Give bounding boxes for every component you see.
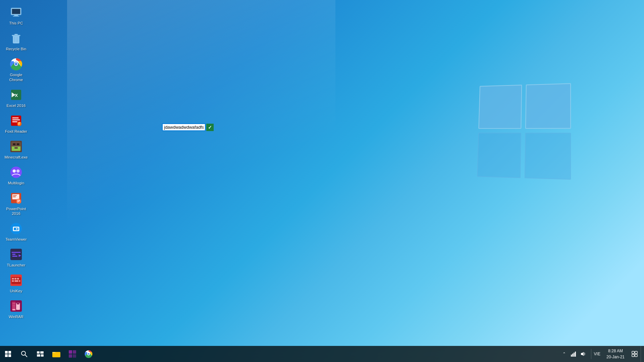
svg-rect-64 — [5, 354, 8, 357]
minecraft-icon — [9, 139, 23, 154]
desktop-icon-foxit-reader[interactable]: F Foxit Reader — [2, 112, 31, 136]
win-logo-pane-tr — [525, 83, 571, 129]
svg-rect-86 — [635, 351, 637, 354]
windows-logo-watermark — [476, 84, 584, 191]
search-icon — [21, 351, 28, 357]
win-logo-pane-br — [525, 133, 571, 180]
clock-date: 20-Jan-21 — [606, 354, 625, 360]
volume-icon[interactable] — [578, 346, 588, 362]
language-label: VIE — [594, 352, 600, 356]
start-button[interactable] — [0, 346, 16, 362]
svg-rect-60 — [12, 307, 16, 309]
tlauncher-label: TLauncher — [7, 263, 25, 268]
desktop-icon-powerpoint[interactable]: P PowerPoint 2016 — [2, 189, 31, 219]
rename-input[interactable] — [162, 123, 206, 131]
desktop-icon-excel-2016[interactable]: X Excel 2016 — [2, 86, 31, 110]
svg-rect-65 — [8, 354, 11, 357]
desktop-icon-tlauncher[interactable]: TLauncher — [2, 245, 31, 270]
show-hidden-icons-button[interactable]: ⌃ — [559, 346, 569, 362]
start-icon — [5, 351, 11, 357]
task-view-button[interactable] — [32, 346, 48, 362]
svg-rect-3 — [13, 16, 19, 16]
svg-rect-34 — [13, 195, 17, 196]
svg-rect-28 — [14, 147, 18, 149]
taskbar: ⌃ — [0, 346, 644, 362]
network-status-icon — [571, 351, 576, 357]
desktop-icon-this-pc[interactable]: This PC — [2, 3, 31, 28]
svg-rect-26 — [13, 143, 16, 145]
svg-rect-43 — [12, 252, 21, 253]
svg-point-13 — [15, 63, 17, 65]
svg-rect-35 — [13, 196, 16, 197]
svg-rect-51 — [17, 278, 19, 280]
svg-rect-83 — [575, 352, 576, 357]
svg-rect-18 — [12, 117, 19, 118]
svg-point-31 — [16, 169, 20, 173]
rename-confirm-button[interactable] — [206, 124, 214, 131]
notification-icon — [632, 351, 638, 357]
foxit-icon: F — [9, 114, 23, 128]
svg-rect-53 — [14, 280, 18, 282]
desktop-icon-minecraft[interactable]: Minecraft.exe — [2, 137, 31, 162]
rename-input-container — [162, 123, 214, 131]
this-pc-label: This PC — [9, 21, 23, 26]
desktop-icon-recycle-bin[interactable]: Recycle Bin — [2, 29, 31, 54]
svg-rect-42 — [10, 249, 22, 260]
desktop-icon-google-chrome[interactable]: Google Chrome — [2, 55, 31, 84]
taskbar-pinned-apps — [48, 346, 557, 362]
win-logo-pane-tl — [478, 85, 522, 129]
svg-line-67 — [25, 355, 27, 357]
unikey-label: UniKey — [10, 289, 22, 294]
powerpoint-icon: P — [9, 191, 23, 205]
svg-rect-49 — [12, 278, 14, 280]
task-view-icon — [37, 351, 44, 357]
svg-marker-84 — [581, 352, 584, 356]
desktop-icons-container: This PC Recycle Bin — [0, 0, 34, 325]
svg-rect-81 — [572, 354, 573, 357]
svg-rect-85 — [632, 351, 634, 354]
svg-rect-50 — [14, 278, 16, 280]
svg-rect-6 — [14, 34, 18, 36]
chrome-taskbar-icon — [85, 350, 93, 358]
svg-rect-45 — [12, 256, 17, 257]
chrome-icon — [9, 57, 23, 71]
svg-rect-80 — [571, 355, 572, 357]
desktop-icon-unikey[interactable]: UniKey — [2, 271, 31, 296]
svg-point-29 — [10, 166, 22, 178]
multilogin-icon — [9, 165, 23, 179]
svg-rect-19 — [12, 119, 20, 120]
svg-rect-88 — [635, 354, 637, 357]
tray-icons-group: ⌃ — [557, 346, 590, 362]
light-beam-decoration — [67, 0, 335, 235]
network-icon[interactable] — [569, 346, 578, 362]
desktop-icon-teamviewer[interactable]: TeamViewer — [2, 220, 31, 244]
taskbar-file-explorer[interactable] — [48, 346, 64, 362]
taskbar-chrome[interactable] — [80, 346, 97, 362]
svg-rect-62 — [5, 351, 8, 354]
svg-rect-27 — [17, 143, 19, 145]
volume-status-icon — [580, 351, 586, 357]
search-button[interactable] — [16, 346, 32, 362]
system-tray: ⌃ — [557, 346, 644, 362]
desktop-icon-winrar[interactable]: WinRAR — [2, 297, 31, 321]
taskbar-multitask-app[interactable] — [64, 346, 80, 362]
svg-rect-44 — [12, 254, 16, 255]
svg-rect-73 — [69, 350, 72, 354]
svg-rect-63 — [8, 351, 11, 354]
unikey-icon — [9, 273, 23, 287]
svg-rect-2 — [14, 15, 18, 16]
foxit-label: Foxit Reader — [5, 129, 27, 134]
recycle-bin-icon — [9, 31, 23, 45]
svg-point-66 — [21, 351, 25, 355]
show-desktop-button[interactable] — [641, 346, 643, 362]
file-explorer-icon — [52, 350, 61, 358]
svg-text:F: F — [18, 122, 20, 126]
desktop-icon-multilogin[interactable]: Multilogin — [2, 163, 31, 188]
svg-text:P: P — [17, 199, 20, 203]
language-indicator[interactable]: VIE — [592, 346, 602, 362]
svg-rect-76 — [73, 354, 76, 358]
win-logo-pane-bl — [477, 133, 521, 178]
svg-rect-68 — [37, 351, 40, 354]
notification-center-button[interactable] — [629, 346, 641, 362]
clock-display[interactable]: 8:28 AM 20-Jan-21 — [602, 346, 629, 362]
